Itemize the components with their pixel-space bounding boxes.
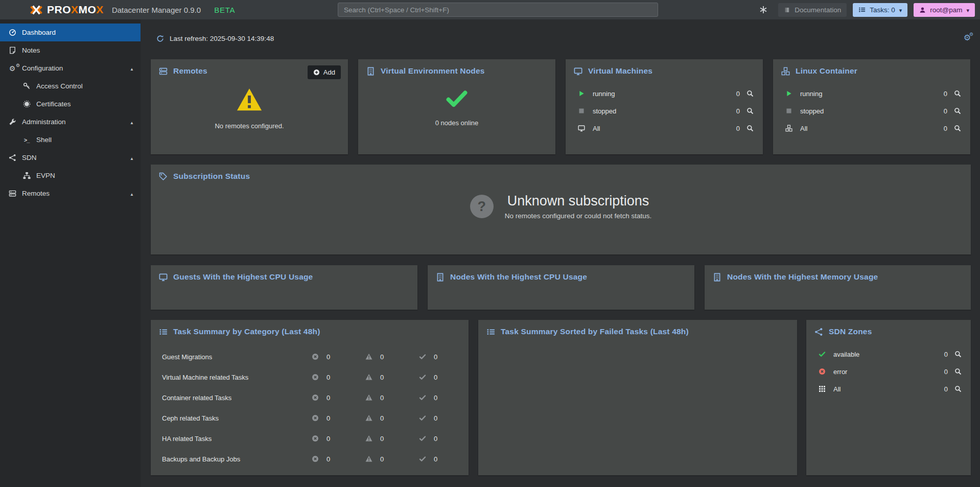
magnifier-icon[interactable] bbox=[746, 107, 754, 114]
gears-icon bbox=[7, 65, 17, 72]
task-category-label: Backups and Backup Jobs bbox=[162, 455, 312, 463]
ok-count: 0 bbox=[434, 353, 437, 361]
status-row-stopped: stopped 0 bbox=[773, 102, 970, 120]
sidebar-item-configuration[interactable]: Configuration bbox=[0, 59, 141, 77]
row-label: available bbox=[833, 351, 859, 358]
ok-count: 0 bbox=[434, 414, 437, 422]
magnifier-icon[interactable] bbox=[746, 90, 754, 97]
server-icon bbox=[159, 67, 168, 76]
sidebar-item-certificates[interactable]: Certificates bbox=[0, 95, 141, 113]
magnifier-icon[interactable] bbox=[954, 90, 961, 97]
magnifier-icon[interactable] bbox=[954, 107, 961, 114]
warning-count-cell: 0 bbox=[365, 394, 419, 402]
sidebar-item-sdn[interactable]: SDN bbox=[0, 149, 141, 167]
panel-header: Linux Container bbox=[773, 59, 970, 80]
dashboard-settings-icon[interactable] bbox=[964, 34, 971, 42]
sidebar-item-label: Certificates bbox=[36, 100, 71, 108]
panel-header: SDN Zones bbox=[806, 320, 971, 340]
magnifier-icon[interactable] bbox=[954, 351, 962, 358]
collapse-arrow-icon[interactable] bbox=[130, 190, 134, 197]
collapse-arrow-icon[interactable] bbox=[130, 118, 134, 126]
sidebar-item-label: Configuration bbox=[22, 64, 63, 72]
warning-icon bbox=[365, 435, 372, 442]
magnifier-icon[interactable] bbox=[954, 368, 962, 375]
panel-linux-container: Linux Container running 0 stopped 0 bbox=[773, 59, 970, 154]
sidebar-item-shell[interactable]: Shell bbox=[0, 131, 141, 149]
magnifier-icon[interactable] bbox=[954, 125, 961, 132]
collapse-arrow-icon[interactable] bbox=[130, 64, 134, 72]
error-count-cell: 0 bbox=[312, 374, 365, 381]
status-rows: available 0 error 0 All 0 bbox=[806, 345, 971, 398]
warning-count-cell: 0 bbox=[365, 353, 419, 361]
task-category-label: Virtual Machine related Tasks bbox=[162, 374, 312, 381]
proxmox-logo: PROXMOX bbox=[30, 4, 104, 16]
panel-nodes-cpu: Nodes With the Highest CPU Usage bbox=[428, 265, 694, 310]
row-label: running bbox=[593, 90, 615, 98]
monitor-icon bbox=[578, 125, 586, 132]
panel-header: Virtual Machines bbox=[566, 59, 763, 80]
sidebar-item-label: Notes bbox=[22, 47, 40, 54]
row-label: All bbox=[800, 125, 807, 132]
panel-title: Virtual Environment Nodes bbox=[381, 66, 485, 76]
warning-count-cell: 0 bbox=[365, 374, 419, 381]
theme-asterisk-icon[interactable] bbox=[759, 6, 767, 14]
sidebar-item-notes[interactable]: Notes bbox=[0, 41, 141, 59]
warning-count: 0 bbox=[380, 374, 384, 381]
chevron-down-icon bbox=[966, 6, 969, 14]
check-icon bbox=[419, 435, 426, 442]
sidebar-item-administration[interactable]: Administration bbox=[0, 113, 141, 131]
warning-count-cell: 0 bbox=[365, 414, 419, 422]
user-menu-button[interactable]: root@pam bbox=[914, 3, 975, 17]
key-icon bbox=[21, 82, 32, 90]
tasks-button[interactable]: Tasks: 0 bbox=[853, 3, 907, 17]
topbar: PROXMOX Datacenter Manager 0.9.0 BETA Do… bbox=[0, 0, 980, 19]
sidebar-item-remotes[interactable]: Remotes bbox=[0, 184, 141, 202]
task-summary-table: Guest Migrations 0 0 0 Virtual Machine r… bbox=[151, 346, 469, 469]
check-icon bbox=[419, 374, 426, 381]
check-icon bbox=[419, 455, 426, 462]
documentation-button[interactable]: Documentation bbox=[778, 3, 847, 17]
warning-count-cell: 0 bbox=[365, 435, 419, 443]
plus-circle-icon bbox=[313, 69, 320, 76]
add-remote-button[interactable]: Add bbox=[308, 65, 341, 79]
refresh-icon[interactable] bbox=[156, 35, 164, 42]
panel-title: Guests With the Highest CPU Usage bbox=[173, 272, 313, 282]
collapse-arrow-icon[interactable] bbox=[130, 154, 134, 161]
sidebar: Dashboard Notes Configuration Access Con… bbox=[0, 19, 141, 487]
row-label: stopped bbox=[593, 107, 616, 115]
panel-body: No remotes configured. bbox=[151, 87, 348, 130]
note-icon bbox=[7, 47, 17, 54]
app-window: PROXMOX Datacenter Manager 0.9.0 BETA Do… bbox=[0, 0, 980, 487]
status-row-running: running 0 bbox=[773, 85, 970, 102]
panel-virtual-machines: Virtual Machines running 0 stopped 0 bbox=[566, 59, 763, 154]
panel-header: Task Summary Sorted by Failed Tasks (Las… bbox=[478, 320, 797, 340]
book-icon bbox=[784, 7, 790, 13]
ok-count-cell: 0 bbox=[419, 353, 473, 361]
row-label: running bbox=[800, 90, 822, 98]
row-label: All bbox=[833, 385, 841, 393]
row-count: 0 bbox=[944, 385, 948, 393]
panel-title: Remotes bbox=[173, 66, 207, 76]
panel-header: Nodes With the Highest Memory Usage bbox=[705, 265, 971, 286]
question-circle-icon bbox=[470, 195, 494, 218]
sidebar-item-access-control[interactable]: Access Control bbox=[0, 77, 141, 95]
error-count: 0 bbox=[326, 435, 330, 443]
error-count: 0 bbox=[326, 414, 330, 422]
panel-guests-cpu: Guests With the Highest CPU Usage bbox=[151, 265, 417, 310]
network-icon bbox=[7, 154, 17, 161]
sidebar-item-dashboard[interactable]: Dashboard bbox=[0, 24, 141, 41]
row-count: 0 bbox=[736, 90, 740, 98]
magnifier-icon[interactable] bbox=[746, 125, 754, 132]
check-icon bbox=[419, 353, 426, 360]
empty-state-text: No remotes configured. bbox=[215, 122, 284, 130]
warning-count: 0 bbox=[380, 394, 384, 402]
circle-x-icon bbox=[819, 368, 827, 375]
check-icon bbox=[443, 87, 471, 110]
sidebar-item-evpn[interactable]: EVPN bbox=[0, 167, 141, 184]
sidebar-item-label: SDN bbox=[22, 154, 37, 161]
search-input[interactable] bbox=[338, 3, 658, 17]
dashboard-content: Last refresh: 2025-09-30 14:39:48 Remote… bbox=[141, 19, 980, 487]
building-icon bbox=[436, 273, 445, 282]
magnifier-icon[interactable] bbox=[954, 385, 962, 392]
ok-count: 0 bbox=[434, 374, 437, 381]
